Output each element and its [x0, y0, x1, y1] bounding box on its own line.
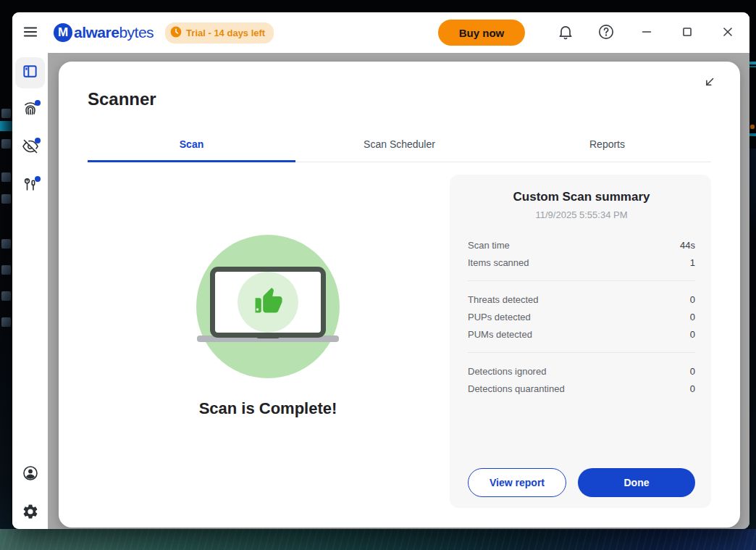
view-report-button[interactable]: View report — [468, 468, 566, 497]
maximize-icon — [679, 24, 695, 42]
summary-row-value: 44s — [680, 240, 695, 251]
desktop-icon — [1, 172, 11, 182]
malwarebytes-window: M alwarebytes Trial - 14 days left Buy n… — [12, 12, 749, 529]
logo-letter: M — [58, 25, 68, 40]
summary-row: PUMs detected 0 — [468, 325, 695, 343]
summary-row-label: Detections ignored — [468, 366, 546, 377]
trial-badge: Trial - 14 days left — [165, 22, 274, 43]
page-title: Scanner — [88, 89, 711, 109]
maximize-button[interactable] — [677, 22, 697, 43]
done-button[interactable]: Done — [578, 468, 695, 497]
scan-result-illustration-zone: Scan is Complete! — [59, 227, 477, 418]
malwarebytes-logo: M alwarebytes — [54, 23, 154, 42]
close-icon — [720, 24, 736, 42]
wallpaper-streak — [749, 62, 756, 64]
desktop-icon — [1, 239, 11, 249]
tab-scan-scheduler[interactable]: Scan Scheduler — [295, 133, 503, 162]
laptop-hinge — [256, 336, 280, 338]
summary-row: Threats detected 0 — [468, 291, 695, 308]
summary-timestamp: 11/9/2025 5:55:34 PM — [468, 209, 695, 220]
wallpaper-streak — [749, 133, 756, 136]
wallpaper-ocean — [0, 529, 756, 550]
desktop-icon — [1, 291, 11, 301]
notifications-button[interactable] — [555, 22, 576, 43]
hamburger-menu-button[interactable] — [20, 22, 41, 43]
desktop-icon — [1, 139, 11, 149]
left-sidebar — [12, 53, 48, 529]
scan-complete-heading: Scan is Complete! — [59, 399, 477, 418]
clock-icon — [170, 26, 182, 40]
summary-actions: View report Done — [468, 468, 695, 497]
app-titlebar: M alwarebytes Trial - 14 days left Buy n… — [12, 12, 749, 53]
brand-text-light: bytes — [119, 24, 154, 41]
brand-text-bold: alware — [74, 24, 119, 41]
settings-gear-icon — [22, 503, 39, 523]
summary-row: PUPs detected 0 — [468, 308, 695, 325]
wallpaper-streak — [749, 149, 756, 236]
wallpaper-streak — [749, 66, 756, 67]
desktop-icon — [1, 109, 11, 118]
malwarebytes-logo-mark: M — [54, 23, 72, 42]
summary-row-label: Items scanned — [468, 257, 529, 268]
wallpaper-streak — [0, 121, 12, 131]
summary-row-value: 0 — [690, 366, 695, 377]
thumbs-up-circle — [238, 272, 298, 333]
buy-now-button[interactable]: Buy now — [438, 20, 525, 46]
arrow-down-left-icon — [702, 75, 718, 93]
desktop: M alwarebytes Trial - 14 days left Buy n… — [0, 0, 756, 550]
summary-row-value: 0 — [690, 329, 695, 340]
summary-row-label: Detections quarantined — [468, 383, 565, 394]
laptop-thumbs-up-illustration — [196, 235, 340, 378]
laptop-screen — [210, 267, 326, 338]
wallpaper-streak — [750, 125, 755, 129]
sidebar-item-dashboard[interactable] — [15, 57, 45, 88]
collapse-window-button[interactable] — [700, 73, 720, 93]
tab-scan[interactable]: Scan — [88, 133, 295, 162]
tab-reports[interactable]: Reports — [503, 133, 711, 162]
summary-row-value: 0 — [690, 312, 695, 322]
notification-dot — [35, 138, 41, 143]
trial-badge-label: Trial - 14 days left — [186, 28, 265, 38]
notification-dot — [35, 176, 41, 182]
minimize-button[interactable] — [637, 22, 657, 43]
divider — [468, 280, 695, 281]
summary-row-label: Scan time — [468, 240, 510, 251]
desktop-icon — [1, 265, 11, 275]
scanner-tabs: Scan Scan Scheduler Reports — [88, 133, 711, 162]
help-button[interactable] — [596, 22, 616, 43]
bell-icon — [557, 23, 574, 43]
minimize-icon — [639, 24, 655, 42]
hamburger-icon — [22, 23, 39, 43]
sidebar-item-scanner[interactable] — [15, 95, 45, 125]
sidebar-item-detection-history[interactable] — [15, 133, 45, 162]
content-area: Scanner Scan Scan Scheduler Reports — [48, 53, 749, 529]
dashboard-icon — [22, 63, 38, 83]
summary-row-value: 1 — [690, 257, 695, 268]
summary-row: Detections ignored 0 — [468, 362, 695, 380]
scan-summary-panel: Custom Scan summary 11/9/2025 5:55:34 PM… — [450, 175, 711, 508]
desktop-icon — [1, 194, 11, 204]
summary-title: Custom Scan summary — [468, 190, 695, 204]
help-icon — [597, 23, 615, 43]
divider — [468, 352, 695, 353]
summary-row: Items scanned 1 — [468, 254, 695, 271]
summary-row-label: Threats detected — [468, 294, 539, 305]
scanner-card: Scanner Scan Scan Scheduler Reports — [59, 62, 740, 528]
account-icon — [22, 464, 39, 485]
sidebar-item-settings[interactable] — [15, 498, 45, 528]
desktop-icon — [1, 317, 11, 327]
summary-row-label: PUMs detected — [468, 329, 532, 340]
summary-row-value: 0 — [690, 383, 695, 394]
notification-dot — [35, 100, 41, 106]
sidebar-item-tools[interactable] — [15, 171, 45, 201]
summary-row: Scan time 44s — [468, 236, 695, 254]
summary-row: Detections quarantined 0 — [468, 380, 695, 397]
summary-row-value: 0 — [690, 294, 695, 305]
close-button[interactable] — [718, 22, 738, 43]
thumbs-up-icon — [252, 285, 284, 320]
summary-row-label: PUPs detected — [468, 312, 531, 322]
sidebar-item-account[interactable] — [15, 459, 45, 489]
